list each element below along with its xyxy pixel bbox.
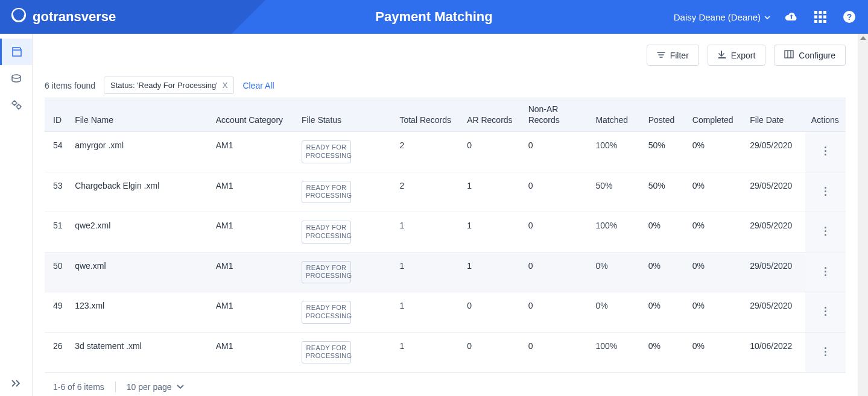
table-row[interactable]: 53Chargeback Elgin .xmlAM1READY FOR PROC… bbox=[45, 172, 846, 212]
sidebar-item-transactions[interactable] bbox=[0, 65, 32, 92]
th-account-category[interactable]: Account Category bbox=[210, 98, 296, 132]
cell-account-category: AM1 bbox=[210, 172, 296, 212]
clear-all-link[interactable]: Clear All bbox=[242, 81, 274, 90]
cell-completed: 0% bbox=[686, 332, 744, 372]
user-menu[interactable]: Daisy Deane (Deane) bbox=[674, 12, 770, 22]
svg-rect-2 bbox=[819, 11, 822, 14]
cell-file-name: qwe2.xml bbox=[69, 212, 210, 253]
cell-id: 26 bbox=[45, 332, 69, 372]
cell-posted: 0% bbox=[642, 252, 686, 292]
cell-id: 54 bbox=[45, 132, 69, 172]
configure-button[interactable]: Configure bbox=[774, 45, 846, 66]
caret-down-icon bbox=[764, 12, 770, 22]
cell-completed: 0% bbox=[686, 132, 744, 172]
row-actions-menu[interactable] bbox=[822, 304, 829, 318]
toolbar: Filter Export Configure bbox=[45, 45, 846, 66]
cell-actions bbox=[805, 332, 846, 372]
cell-id: 50 bbox=[45, 252, 69, 292]
cell-account-category: AM1 bbox=[210, 292, 296, 333]
svg-rect-5 bbox=[819, 16, 822, 19]
th-completed[interactable]: Completed bbox=[686, 98, 744, 132]
cell-file-date: 29/05/2020 bbox=[744, 252, 805, 292]
per-page-label: 10 per page bbox=[127, 382, 172, 392]
row-actions-menu[interactable] bbox=[822, 224, 829, 238]
payment-matching-table: ID File Name Account Category File Statu… bbox=[45, 98, 846, 372]
th-file-name[interactable]: File Name bbox=[69, 98, 210, 132]
cell-non-ar-records: 0 bbox=[522, 212, 590, 253]
cell-account-category: AM1 bbox=[210, 132, 296, 172]
cell-file-date: 29/05/2020 bbox=[744, 212, 805, 253]
close-icon[interactable]: X bbox=[223, 81, 228, 90]
svg-rect-7 bbox=[814, 20, 817, 23]
export-button[interactable]: Export bbox=[708, 45, 765, 66]
th-posted[interactable]: Posted bbox=[642, 98, 686, 132]
status-badge: READY FOR PROCESSING bbox=[302, 341, 351, 364]
row-actions-menu[interactable] bbox=[822, 345, 829, 359]
sidebar-item-payment-matching[interactable] bbox=[0, 39, 32, 65]
table-header-row: ID File Name Account Category File Statu… bbox=[45, 98, 846, 132]
row-actions-menu[interactable] bbox=[822, 265, 829, 278]
cloud-upload-icon[interactable] bbox=[784, 9, 799, 25]
divider bbox=[115, 382, 116, 392]
vertical-scrollbar[interactable] bbox=[858, 34, 868, 396]
svg-rect-8 bbox=[819, 20, 822, 23]
status-badge: READY FOR PROCESSING bbox=[302, 181, 351, 204]
configure-label: Configure bbox=[799, 51, 835, 60]
th-matched[interactable]: Matched bbox=[589, 98, 642, 132]
th-ar-records[interactable]: AR Records bbox=[461, 98, 522, 132]
apps-grid-icon[interactable] bbox=[813, 9, 828, 25]
download-icon bbox=[718, 50, 726, 60]
th-file-status[interactable]: File Status bbox=[296, 98, 393, 132]
sidebar-item-settings[interactable] bbox=[0, 92, 32, 118]
items-found-label: 6 items found bbox=[45, 81, 95, 90]
cell-completed: 0% bbox=[686, 212, 744, 253]
pagination-range: 1-6 of 6 items bbox=[53, 382, 104, 392]
th-non-ar-records[interactable]: Non-AR Records bbox=[522, 98, 590, 132]
svg-text:?: ? bbox=[847, 12, 852, 22]
cell-file-status: READY FOR PROCESSING bbox=[296, 132, 393, 172]
cell-file-date: 29/05/2020 bbox=[744, 172, 805, 212]
cell-ar-records: 0 bbox=[461, 292, 522, 333]
cell-matched: 0% bbox=[589, 292, 642, 333]
cell-actions bbox=[805, 172, 846, 212]
filter-button[interactable]: Filter bbox=[647, 45, 699, 66]
help-icon[interactable]: ? bbox=[841, 9, 857, 25]
cell-matched: 0% bbox=[589, 252, 642, 292]
cell-file-status: READY FOR PROCESSING bbox=[296, 292, 393, 333]
table-footer: 1-6 of 6 items 10 per page bbox=[45, 372, 846, 396]
cell-account-category: AM1 bbox=[210, 252, 296, 292]
per-page-selector[interactable]: 10 per page bbox=[127, 382, 184, 392]
content: Filter Export Configure 6 items fou bbox=[33, 34, 858, 396]
cell-total-records: 1 bbox=[393, 332, 461, 372]
user-name: Daisy Deane (Deane) bbox=[674, 12, 761, 22]
row-actions-menu[interactable] bbox=[822, 144, 829, 158]
cell-non-ar-records: 0 bbox=[522, 292, 590, 333]
cell-posted: 0% bbox=[642, 332, 686, 372]
cell-file-date: 10/06/2022 bbox=[744, 332, 805, 372]
cell-file-name: 123.xml bbox=[69, 292, 210, 333]
cell-actions bbox=[805, 132, 846, 172]
th-file-date[interactable]: File Date bbox=[744, 98, 805, 132]
cell-posted: 50% bbox=[642, 172, 686, 212]
cell-total-records: 2 bbox=[393, 132, 461, 172]
row-actions-menu[interactable] bbox=[822, 184, 829, 198]
sidebar-expand-toggle[interactable] bbox=[0, 371, 32, 396]
filter-chip-status[interactable]: Status: 'Ready For Processing' X bbox=[104, 77, 234, 94]
cell-matched: 50% bbox=[589, 172, 642, 212]
cell-ar-records: 0 bbox=[461, 332, 522, 372]
cell-file-name: 3d statement .xml bbox=[69, 332, 210, 372]
svg-rect-1 bbox=[814, 11, 817, 14]
table-row[interactable]: 51qwe2.xmlAM1READY FOR PROCESSING110100%… bbox=[45, 212, 846, 253]
table-row[interactable]: 50qwe.xmlAM1READY FOR PROCESSING1100%0%0… bbox=[45, 252, 846, 292]
table-row[interactable]: 263d statement .xmlAM1READY FOR PROCESSI… bbox=[45, 332, 846, 372]
svg-rect-6 bbox=[823, 16, 826, 19]
scroll-up-arrow-icon[interactable] bbox=[860, 36, 866, 40]
th-id[interactable]: ID bbox=[45, 98, 69, 132]
cell-non-ar-records: 0 bbox=[522, 132, 590, 172]
cell-total-records: 2 bbox=[393, 172, 461, 212]
chevron-down-icon bbox=[177, 382, 184, 392]
filter-row: 6 items found Status: 'Ready For Process… bbox=[45, 77, 846, 94]
table-row[interactable]: 49123.xmlAM1READY FOR PROCESSING1000%0%0… bbox=[45, 292, 846, 333]
table-row[interactable]: 54amyrgor .xmlAM1READY FOR PROCESSING200… bbox=[45, 132, 846, 172]
th-total-records[interactable]: Total Records bbox=[393, 98, 461, 132]
